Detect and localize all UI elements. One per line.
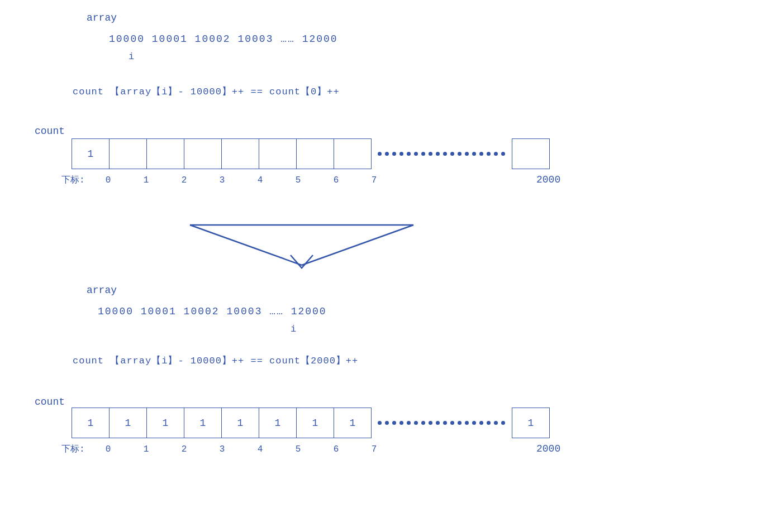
indices-row-1: 0 1 2 3 4 5 6 7 [89,175,393,185]
count-box-2-3: 1 [184,408,222,438]
count-box-1-1 [109,138,147,169]
count-box-2-4: 1 [221,408,259,438]
count-box-2-2: 1 [146,408,184,438]
indices-row-2: 0 1 2 3 4 5 6 7 [89,444,393,454]
code-line-1: count 【array【i】- 10000】++ == count【0】++ [73,85,340,98]
count-label-1: count [35,126,65,137]
array-label-2: array [87,285,117,296]
count-box-1-6 [296,138,334,169]
count-box-2-1: 1 [109,408,147,438]
count-label-2: count [35,396,65,408]
count-indices-1: 下标: 0 1 2 3 4 5 6 7 [61,174,393,186]
code-line-2: count 【array【i】- 10000】++ == count【2000】… [73,354,358,367]
count-box-1-0: 1 [72,138,110,169]
count-box-2-5: 1 [259,408,297,438]
count-box-2-end: 1 [512,408,550,438]
array-i-1: i [129,51,134,62]
array-label-1: array [87,12,117,23]
count-box-1-3 [184,138,222,169]
arrow-down [162,215,441,276]
svg-line-1 [190,225,302,265]
end-index-1: 2000 [536,174,560,185]
count-array-1: 1 [72,138,549,169]
dots-2 [378,421,505,425]
count-box-1-5 [259,138,297,169]
count-box-1-7 [334,138,372,169]
array-values-1: 10000 10001 10002 10003 …… 12000 [109,33,338,45]
count-indices-2: 下标: 0 1 2 3 4 5 6 7 [61,443,393,455]
count-box-2-0: 1 [72,408,110,438]
dots-1 [378,152,505,156]
count-box-2-6: 1 [296,408,334,438]
count-box-1-end [512,138,550,169]
end-index-2: 2000 [536,443,560,454]
count-box-1-2 [146,138,184,169]
svg-line-2 [302,225,413,265]
count-array-2: 1 1 1 1 1 1 1 1 1 [72,408,549,438]
array-i-2: i [291,324,296,334]
array-values-2: 10000 10001 10002 10003 …… 12000 [98,306,327,317]
count-box-1-4 [221,138,259,169]
count-box-2-7: 1 [334,408,372,438]
